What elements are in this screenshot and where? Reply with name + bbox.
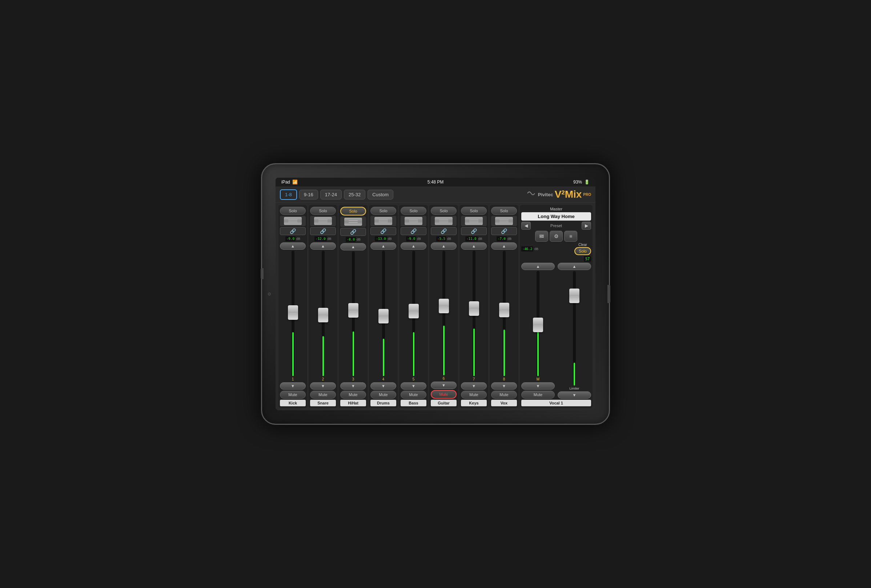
fader-handle-6[interactable] — [439, 299, 449, 313]
fader-container-1 — [280, 251, 306, 376]
pan-fader-5[interactable] — [401, 216, 427, 226]
pan-fader-4[interactable] — [370, 216, 396, 226]
solo-button-8[interactable]: Solo — [491, 207, 517, 215]
master-mute-button[interactable]: Mute — [521, 391, 555, 399]
mute-button-8[interactable]: Mute — [491, 391, 517, 399]
pan-fader-3[interactable] — [340, 217, 366, 227]
tab-9-16[interactable]: 9-16 — [299, 190, 318, 199]
clear-label: Clear — [578, 243, 587, 247]
fader-handle-7[interactable] — [469, 301, 479, 316]
pan-handle-5[interactable] — [405, 217, 423, 225]
fader-down-5[interactable]: ▼ — [401, 382, 427, 390]
mute-button-2[interactable]: Mute — [310, 391, 336, 399]
ipad-frame: iPad 📶 5:48 PM 93% 🔋 1-8 9-16 17-24 25-3… — [261, 163, 610, 425]
link-button-8[interactable]: 🔗 — [491, 227, 517, 235]
pan-fader-1[interactable] — [280, 216, 306, 226]
volume-button[interactable] — [260, 268, 263, 279]
link-button-1[interactable]: 🔗 — [280, 227, 306, 235]
mute-button-3[interactable]: Mute — [340, 391, 366, 399]
limiter-fader-up[interactable]: ▲ — [558, 263, 591, 270]
fader-up-8[interactable]: ▲ — [491, 242, 517, 250]
pan-fader-2[interactable] — [310, 216, 336, 226]
tab-17-24[interactable]: 17-24 — [320, 190, 342, 199]
mute-button-6[interactable]: Mute — [431, 390, 456, 399]
fader-up-4[interactable]: ▲ — [370, 242, 396, 250]
fader-up-3[interactable]: ▲ — [340, 243, 366, 250]
link-button-3[interactable]: 🔗 — [340, 228, 366, 236]
fader-up-7[interactable]: ▲ — [461, 242, 487, 250]
solo-clear-button[interactable]: Solo — [575, 247, 591, 255]
fader-down-8[interactable]: ▼ — [491, 382, 517, 390]
fader-down-1[interactable]: ▼ — [280, 382, 306, 390]
tab-1-8[interactable]: 1-8 — [280, 189, 297, 200]
fader-handle-4[interactable] — [379, 309, 389, 323]
db-value-8: -7.0 — [497, 236, 507, 241]
mute-button-7[interactable]: Mute — [461, 391, 487, 399]
pan-fader-8[interactable] — [491, 216, 517, 226]
pan-handle-4[interactable] — [374, 217, 393, 225]
fader-handle-2[interactable] — [318, 308, 328, 322]
pan-fader-6[interactable] — [431, 216, 456, 226]
limiter-fader-area — [558, 271, 591, 386]
fader-up-1[interactable]: ▲ — [280, 242, 306, 250]
channel-8: Solo 🔗 -7.0 dB ▲ — [490, 205, 518, 408]
fader-down-4[interactable]: ▼ — [370, 382, 396, 390]
master-fader-down[interactable]: ▼ — [521, 382, 555, 390]
mute-button-1[interactable]: Mute — [280, 391, 306, 399]
svg-point-4 — [542, 235, 543, 237]
db-unit-7: dB — [478, 237, 482, 241]
solo-button-4[interactable]: Solo — [370, 207, 396, 215]
master-fader-up[interactable]: ▲ — [521, 263, 555, 270]
preset-label: Preset — [532, 223, 580, 228]
pan-handle-6[interactable] — [435, 217, 453, 225]
pan-handle-3[interactable] — [344, 218, 362, 226]
master-fader-handle[interactable] — [533, 318, 543, 332]
pan-handle-2[interactable] — [314, 217, 332, 225]
fader-handle-3[interactable] — [348, 303, 358, 318]
mute-button-4[interactable]: Mute — [370, 391, 396, 399]
limiter-fader-container — [558, 271, 591, 386]
solo-button-3[interactable]: Solo — [340, 207, 366, 215]
preset-row: ◀ Preset ▶ — [521, 222, 591, 230]
tab-25-32[interactable]: 25-32 — [344, 190, 365, 199]
preset-next-button[interactable]: ▶ — [582, 222, 591, 230]
mixer-icon-button[interactable] — [535, 231, 548, 242]
pan-handle-1[interactable] — [284, 217, 302, 225]
link-button-2[interactable]: 🔗 — [310, 227, 336, 235]
link-button-7[interactable]: 🔗 — [461, 227, 487, 235]
pan-fader-7[interactable] — [461, 216, 487, 226]
fader-area-6 — [431, 251, 456, 376]
menu-icon-button[interactable]: ≡ — [564, 231, 577, 242]
fader-area-7 — [461, 251, 487, 376]
solo-button-7[interactable]: Solo — [461, 207, 487, 215]
mute-button-5[interactable]: Mute — [401, 391, 427, 399]
fader-handle-5[interactable] — [409, 304, 419, 318]
preset-prev-button[interactable]: ◀ — [521, 222, 531, 230]
fader-up-2[interactable]: ▲ — [310, 242, 336, 250]
solo-button-1[interactable]: Solo — [280, 207, 306, 215]
link-button-4[interactable]: 🔗 — [370, 227, 396, 235]
limiter-fader-down[interactable]: ▼ — [558, 391, 591, 399]
solo-button-2[interactable]: Solo — [310, 207, 336, 215]
settings-icon-button[interactable]: ⚙ — [550, 231, 563, 242]
link-button-6[interactable]: 🔗 — [431, 227, 456, 235]
solo-button-6[interactable]: Solo — [431, 207, 456, 215]
tab-custom[interactable]: Custom — [368, 190, 393, 199]
db-display-1: -9.0 dB — [280, 236, 306, 241]
fader-up-6[interactable]: ▲ — [431, 242, 456, 250]
pan-handle-7[interactable] — [465, 217, 483, 225]
channel-name-7: Keys — [461, 400, 487, 406]
solo-button-5[interactable]: Solo — [401, 207, 427, 215]
fader-up-5[interactable]: ▲ — [401, 242, 427, 250]
limiter-fader-handle[interactable] — [569, 289, 579, 303]
fader-handle-8[interactable] — [499, 303, 509, 317]
fader-down-3[interactable]: ▼ — [340, 382, 366, 390]
fader-down-6[interactable]: ▼ — [431, 382, 456, 389]
fader-handle-1[interactable] — [288, 305, 298, 320]
pan-handle-8[interactable] — [495, 217, 513, 225]
home-button[interactable] — [608, 285, 611, 303]
fader-down-2[interactable]: ▼ — [310, 382, 336, 390]
fader-down-7[interactable]: ▼ — [461, 382, 487, 390]
limiter-fader-green — [574, 363, 575, 386]
link-button-5[interactable]: 🔗 — [401, 227, 427, 235]
